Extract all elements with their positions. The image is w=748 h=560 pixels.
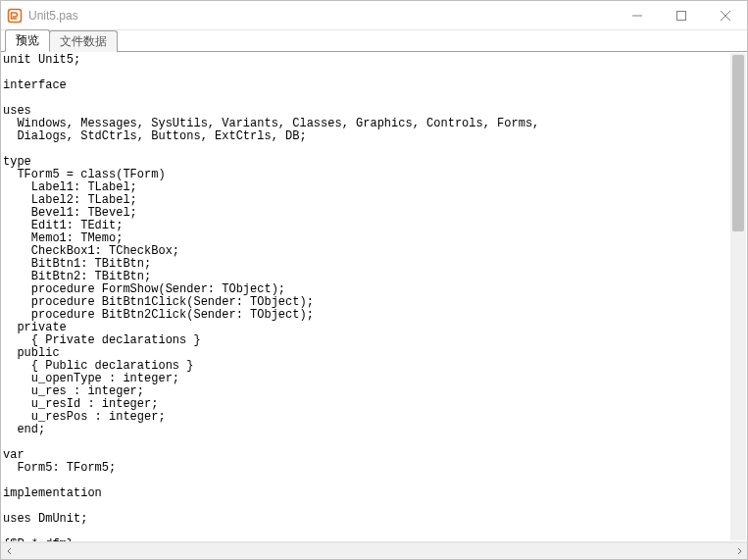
tab-filedata[interactable]: 文件数据 — [49, 30, 118, 52]
scroll-left-arrow-icon[interactable] — [1, 543, 18, 560]
tab-label: 文件数据 — [60, 34, 107, 48]
minimize-button[interactable] — [615, 1, 659, 29]
content-area: unit Unit5; interface uses Windows, Mess… — [1, 52, 747, 559]
window-title: Unit5.pas — [28, 9, 78, 23]
close-button[interactable] — [703, 1, 747, 29]
vertical-scrollbar[interactable] — [730, 53, 746, 540]
vertical-scrollbar-thumb[interactable] — [732, 55, 744, 231]
tab-preview[interactable]: 预览 — [5, 29, 50, 52]
tab-bar: 预览 文件数据 — [1, 30, 747, 52]
titlebar: Unit5.pas — [1, 1, 747, 30]
maximize-button[interactable] — [659, 1, 703, 29]
svg-rect-2 — [676, 11, 685, 20]
tab-label: 预览 — [16, 33, 39, 47]
scroll-right-arrow-icon[interactable] — [730, 543, 747, 560]
code-content[interactable]: unit Unit5; interface uses Windows, Mess… — [3, 54, 729, 542]
horizontal-scrollbar[interactable] — [1, 542, 747, 559]
code-viewport: unit Unit5; interface uses Windows, Mess… — [1, 52, 747, 542]
window-controls — [615, 1, 747, 30]
app-window: Unit5.pas 预览 文件数据 unit Unit5; interface … — [0, 0, 748, 560]
svg-rect-0 — [9, 9, 22, 22]
app-icon — [7, 8, 23, 24]
